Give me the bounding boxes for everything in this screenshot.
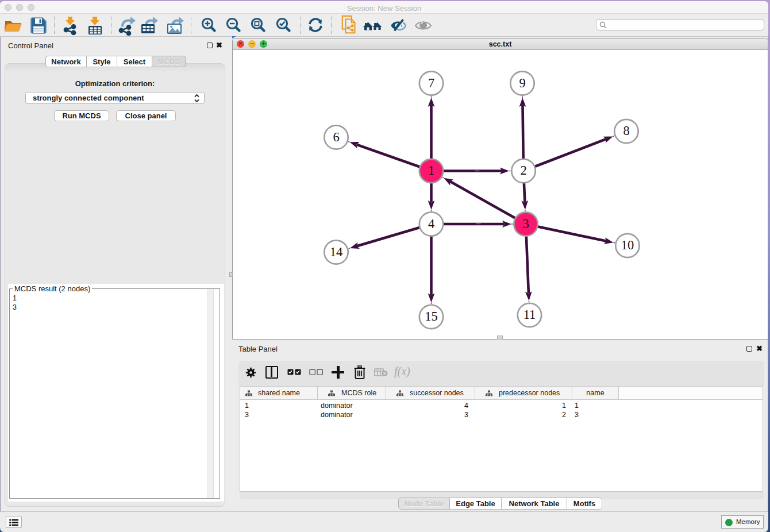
svg-text:2: 2	[520, 163, 526, 178]
svg-text:1: 1	[428, 163, 434, 178]
svg-text:6: 6	[333, 130, 339, 144]
svg-text:14: 14	[330, 245, 343, 259]
svg-text:10: 10	[621, 238, 634, 252]
svg-text:11: 11	[523, 307, 536, 322]
svg-text:8: 8	[623, 124, 629, 138]
svg-text:7: 7	[428, 76, 434, 90]
svg-text:4: 4	[428, 217, 434, 231]
svg-text:9: 9	[519, 76, 525, 90]
svg-text:3: 3	[522, 217, 529, 231]
svg-text:15: 15	[425, 309, 438, 323]
